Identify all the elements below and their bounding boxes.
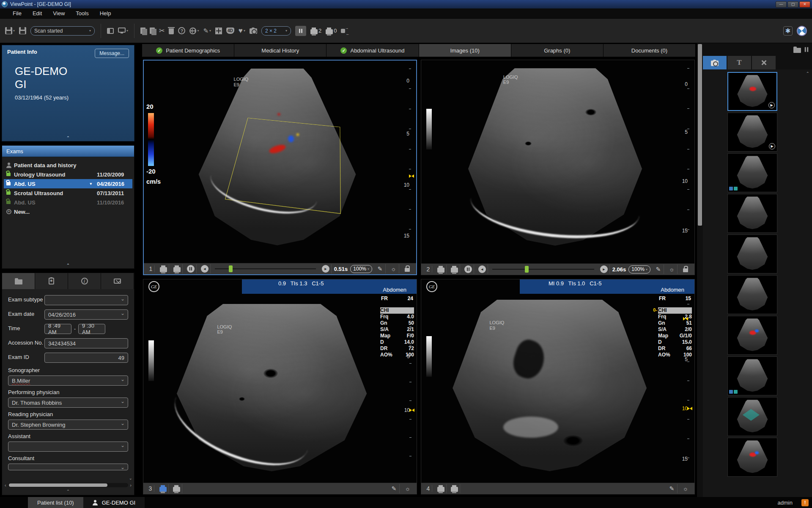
cine-slider[interactable] xyxy=(492,265,594,273)
collapse-chevron-icon[interactable]: ⌃ xyxy=(66,263,70,268)
ultrasound-panel-3[interactable]: LOGIQE9 0.9 TIs 1.3 C1-5 Abdomen GE xyxy=(143,279,417,494)
save-dropdown-button[interactable]: ▾ xyxy=(5,27,15,34)
scroll-down-chevron-icon[interactable]: ⌄ xyxy=(129,476,132,480)
grid-layout-button[interactable] xyxy=(215,28,222,34)
minimize-button[interactable]: — xyxy=(776,1,787,8)
exam-date-select[interactable]: 04/26/2016 xyxy=(44,309,128,320)
pause-icon[interactable] xyxy=(805,47,808,52)
tab-graphs[interactable]: Graphs (0) xyxy=(511,44,604,57)
print-button[interactable] xyxy=(158,264,169,273)
close-button[interactable]: ✕ xyxy=(799,1,810,8)
browse-icon[interactable] xyxy=(793,48,801,53)
delete-button[interactable] xyxy=(169,27,174,34)
patient-list-tab[interactable]: Patient list (10) xyxy=(28,497,83,508)
ultrasound-image-1[interactable]: LOGIQE9 20 -20 cm/s xyxy=(144,61,416,263)
panel-toggle-button[interactable] xyxy=(107,28,114,34)
cine-slider[interactable] xyxy=(215,265,316,273)
settings-button[interactable]: ✱ xyxy=(783,26,793,36)
thumbnail-3[interactable] xyxy=(727,153,777,192)
print-queue-b-button[interactable]: 0 xyxy=(326,28,337,34)
tab-thumbnails[interactable] xyxy=(703,56,727,69)
tab-images[interactable]: Images (10) xyxy=(419,44,511,57)
accession-input[interactable]: 342434534 xyxy=(44,338,128,348)
print-add-button[interactable] xyxy=(171,484,182,493)
brightness-button[interactable]: ☼ xyxy=(680,484,691,493)
collapse-chevron-icon[interactable]: ⌃ xyxy=(2,489,134,495)
print-add-button[interactable] xyxy=(449,484,460,493)
annotate-button[interactable]: ✎ xyxy=(375,264,386,273)
annotate-button[interactable]: ✎ xyxy=(667,484,678,493)
tab-exam-info[interactable]: i xyxy=(68,273,101,289)
layout-select[interactable]: 2 × 2▾ xyxy=(261,26,291,36)
exam-row-urology[interactable]: Urology Ultrasound 11/20/2009 xyxy=(4,170,132,179)
ultrasound-image-4[interactable]: LOGIQE9 MI 0.9 TIs 1.0 C1-5 Abdomen GE xyxy=(421,279,694,483)
form-horizontal-scrollbar[interactable]: ‹ › xyxy=(5,482,132,488)
exam-subtype-select[interactable] xyxy=(44,295,128,305)
brightness-button[interactable]: ☼ xyxy=(667,265,678,274)
cut-button[interactable]: ✂ xyxy=(159,27,165,35)
exam-row-abd-us-2[interactable]: Abd. US 11/10/2016 xyxy=(4,198,132,207)
scroll-right-arrow-icon[interactable]: › xyxy=(130,483,132,488)
monitor-dropdown-button[interactable]: ▾ xyxy=(118,28,128,34)
zoom-select[interactable]: 100%▾ xyxy=(350,265,372,273)
reading-physician-select[interactable]: Dr. Stephen Browning xyxy=(8,420,128,430)
thumbnail-4[interactable] xyxy=(727,194,777,233)
message-button[interactable]: Message... xyxy=(95,49,129,58)
web-dropdown-button[interactable]: ▾ xyxy=(189,28,199,34)
exam-row-new[interactable]: +New... xyxy=(4,207,132,216)
exam-row-scrotal[interactable]: Scrotal Ultrasound 07/13/2011 xyxy=(4,188,132,198)
slider-thumb[interactable] xyxy=(229,265,233,272)
step-forward-button[interactable]: ▸ xyxy=(598,265,610,274)
brightness-button[interactable]: ☼ xyxy=(388,264,399,273)
consultant-select[interactable] xyxy=(8,464,128,470)
ultrasound-panel-1[interactable]: LOGIQE9 20 -20 cm/s xyxy=(143,60,417,275)
chevron-down-icon[interactable]: ▾ xyxy=(90,182,92,186)
maximize-button[interactable]: ▢ xyxy=(787,1,798,8)
pause-button[interactable] xyxy=(185,264,197,273)
print-queue-a-button[interactable]: 2 xyxy=(310,28,321,34)
brightness-button[interactable]: ☼ xyxy=(402,484,413,493)
menu-file[interactable]: File xyxy=(8,9,27,18)
paste-button[interactable] xyxy=(150,28,155,34)
assistant-select[interactable] xyxy=(8,442,128,452)
lock-button[interactable] xyxy=(680,265,691,274)
tab-exam-clipboard[interactable] xyxy=(35,273,68,289)
tab-text[interactable]: T xyxy=(727,56,751,69)
tab-abdominal-ultrasound[interactable]: ✓Abdominal Ultrasound xyxy=(326,44,419,57)
tab-tools[interactable] xyxy=(752,56,776,69)
print-button[interactable] xyxy=(436,265,447,274)
exam-id-input[interactable]: 49 xyxy=(44,353,128,363)
tab-medical-history[interactable]: Medical History xyxy=(234,44,326,57)
thumbnail-5[interactable] xyxy=(727,235,777,273)
thumbnail-1[interactable]: ▶ xyxy=(727,72,777,111)
cardiac-dropdown-button[interactable]: ♥▾ xyxy=(239,27,245,35)
pause-button[interactable] xyxy=(463,265,474,274)
scrollbar-thumb[interactable] xyxy=(9,483,107,487)
export-button[interactable] xyxy=(341,29,345,33)
thumbnail-10[interactable] xyxy=(727,438,777,477)
ultrasound-image-3[interactable]: LOGIQE9 0.9 TIs 1.3 C1-5 Abdomen GE xyxy=(143,279,417,483)
print-button[interactable] xyxy=(436,484,447,493)
scan-status-select[interactable]: Scan started▾ xyxy=(30,26,95,36)
scroll-up-chevron-icon[interactable]: ⌃ xyxy=(806,71,809,76)
alert-badge[interactable]: ! xyxy=(801,499,809,506)
save-button[interactable] xyxy=(19,27,26,34)
collapse-chevron-icon[interactable]: ⌃ xyxy=(66,135,70,140)
tab-documents[interactable]: Documents (0) xyxy=(604,44,696,57)
sonographer-select[interactable]: B.Miller xyxy=(8,375,128,386)
tab-exam-mail[interactable] xyxy=(101,273,134,289)
zoom-select[interactable]: 100%▾ xyxy=(628,265,650,273)
annotate-button[interactable]: ✎ xyxy=(653,265,664,274)
copy-button[interactable] xyxy=(140,28,145,34)
menu-tools[interactable]: Tools xyxy=(71,9,93,18)
thumbnail-7[interactable] xyxy=(727,316,777,355)
edit-dropdown-button[interactable]: ✎▾ xyxy=(203,27,211,35)
step-forward-button[interactable]: ▸ xyxy=(320,264,332,273)
ultrasound-panel-4[interactable]: LOGIQE9 MI 0.9 TIs 1.0 C1-5 Abdomen GE xyxy=(421,279,695,494)
annotate-button[interactable]: ✎ xyxy=(389,484,400,493)
scrollbar-thumb[interactable] xyxy=(698,44,702,226)
step-back-button[interactable]: ◂ xyxy=(477,265,488,274)
4d-button[interactable]: 4D xyxy=(226,28,234,34)
menu-view[interactable]: View xyxy=(48,9,70,18)
performing-physician-select[interactable]: Dr. Thomas Robbins xyxy=(8,398,128,408)
